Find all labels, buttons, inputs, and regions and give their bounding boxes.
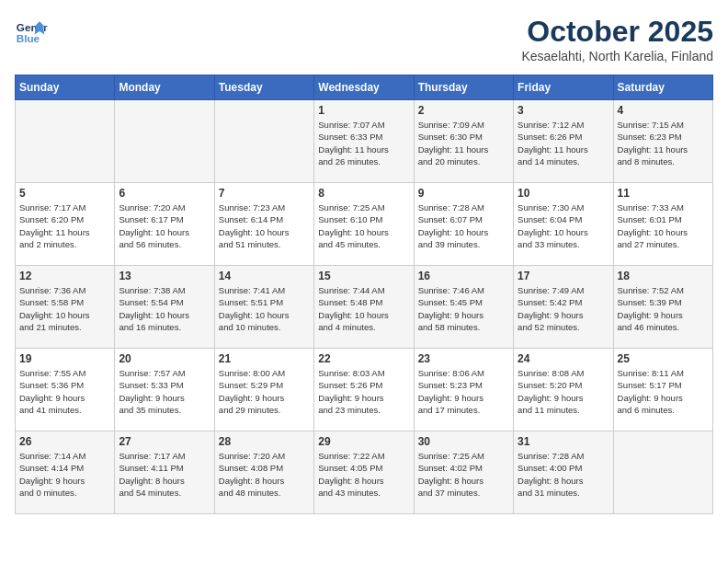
calendar-week-row: 19Sunrise: 7:55 AM Sunset: 5:36 PM Dayli…: [16, 349, 713, 431]
day-number: 27: [119, 435, 210, 448]
day-number: 6: [119, 187, 210, 200]
day-info: Sunrise: 7:17 AM Sunset: 6:20 PM Dayligh…: [19, 201, 110, 250]
calendar-cell: 18Sunrise: 7:52 AM Sunset: 5:39 PM Dayli…: [613, 266, 712, 349]
day-number: 4: [618, 104, 709, 117]
day-number: 30: [418, 435, 509, 448]
day-info: Sunrise: 7:38 AM Sunset: 5:54 PM Dayligh…: [119, 284, 210, 333]
day-number: 19: [19, 352, 110, 365]
day-info: Sunrise: 7:22 AM Sunset: 4:05 PM Dayligh…: [318, 450, 409, 499]
calendar-cell: 14Sunrise: 7:41 AM Sunset: 5:51 PM Dayli…: [214, 266, 313, 349]
day-info: Sunrise: 8:08 AM Sunset: 5:20 PM Dayligh…: [518, 367, 609, 416]
calendar-cell: 16Sunrise: 7:46 AM Sunset: 5:45 PM Dayli…: [414, 266, 513, 349]
calendar-cell: 23Sunrise: 8:06 AM Sunset: 5:23 PM Dayli…: [414, 349, 513, 431]
day-number: 14: [219, 270, 310, 282]
day-number: 3: [518, 104, 609, 117]
day-number: 28: [219, 435, 310, 448]
day-info: Sunrise: 7:25 AM Sunset: 6:10 PM Dayligh…: [318, 201, 409, 250]
day-info: Sunrise: 7:12 AM Sunset: 6:26 PM Dayligh…: [518, 119, 609, 167]
day-info: Sunrise: 7:14 AM Sunset: 4:14 PM Dayligh…: [19, 450, 110, 499]
calendar-week-row: 12Sunrise: 7:36 AM Sunset: 5:58 PM Dayli…: [16, 266, 713, 349]
day-info: Sunrise: 7:23 AM Sunset: 6:14 PM Dayligh…: [219, 201, 310, 250]
day-number: 11: [618, 187, 709, 200]
calendar-cell: 13Sunrise: 7:38 AM Sunset: 5:54 PM Dayli…: [115, 266, 214, 349]
day-number: 5: [19, 187, 110, 200]
calendar-week-row: 26Sunrise: 7:14 AM Sunset: 4:14 PM Dayli…: [16, 431, 713, 514]
col-header-wednesday: Wednesday: [314, 75, 414, 100]
calendar-cell: 7Sunrise: 7:23 AM Sunset: 6:14 PM Daylig…: [214, 183, 313, 266]
calendar-cell: 10Sunrise: 7:30 AM Sunset: 6:04 PM Dayli…: [514, 183, 613, 266]
calendar-cell: 20Sunrise: 7:57 AM Sunset: 5:33 PM Dayli…: [115, 349, 214, 431]
col-header-thursday: Thursday: [414, 75, 513, 100]
day-info: Sunrise: 7:07 AM Sunset: 6:33 PM Dayligh…: [318, 119, 409, 167]
month-title: October 2025: [521, 15, 713, 49]
day-number: 13: [119, 270, 210, 282]
calendar-cell: 17Sunrise: 7:49 AM Sunset: 5:42 PM Dayli…: [514, 266, 613, 349]
title-block: October 2025 Kesaelahti, North Karelia, …: [521, 15, 713, 63]
day-number: 10: [518, 187, 609, 200]
day-number: 29: [318, 435, 409, 448]
calendar-cell: 1Sunrise: 7:07 AM Sunset: 6:33 PM Daylig…: [314, 100, 414, 183]
calendar-cell: 3Sunrise: 7:12 AM Sunset: 6:26 PM Daylig…: [514, 100, 613, 183]
day-number: 31: [518, 435, 609, 448]
day-number: 8: [318, 187, 409, 200]
day-number: 25: [618, 352, 709, 365]
calendar-table: SundayMondayTuesdayWednesdayThursdayFrid…: [15, 75, 713, 514]
calendar-cell: 30Sunrise: 7:25 AM Sunset: 4:02 PM Dayli…: [414, 431, 513, 514]
day-info: Sunrise: 7:55 AM Sunset: 5:36 PM Dayligh…: [19, 367, 110, 416]
calendar-cell: 19Sunrise: 7:55 AM Sunset: 5:36 PM Dayli…: [16, 349, 115, 431]
day-info: Sunrise: 8:06 AM Sunset: 5:23 PM Dayligh…: [418, 367, 509, 416]
day-info: Sunrise: 7:33 AM Sunset: 6:01 PM Dayligh…: [618, 201, 709, 250]
calendar-cell: 15Sunrise: 7:44 AM Sunset: 5:48 PM Dayli…: [314, 266, 414, 349]
calendar-week-row: 1Sunrise: 7:07 AM Sunset: 6:33 PM Daylig…: [16, 100, 713, 183]
calendar-cell: [613, 431, 712, 514]
calendar-header-row: SundayMondayTuesdayWednesdayThursdayFrid…: [16, 75, 713, 100]
day-number: 22: [318, 352, 409, 365]
day-info: Sunrise: 8:00 AM Sunset: 5:29 PM Dayligh…: [219, 367, 310, 416]
calendar-cell: 22Sunrise: 8:03 AM Sunset: 5:26 PM Dayli…: [314, 349, 414, 431]
day-info: Sunrise: 7:49 AM Sunset: 5:42 PM Dayligh…: [518, 284, 609, 333]
day-info: Sunrise: 7:28 AM Sunset: 6:07 PM Dayligh…: [418, 201, 509, 250]
calendar-cell: 26Sunrise: 7:14 AM Sunset: 4:14 PM Dayli…: [16, 431, 115, 514]
day-number: 26: [19, 435, 110, 448]
day-info: Sunrise: 7:20 AM Sunset: 6:17 PM Dayligh…: [119, 201, 210, 250]
day-info: Sunrise: 7:57 AM Sunset: 5:33 PM Dayligh…: [119, 367, 210, 416]
day-info: Sunrise: 7:15 AM Sunset: 6:23 PM Dayligh…: [618, 119, 709, 167]
day-info: Sunrise: 7:25 AM Sunset: 4:02 PM Dayligh…: [418, 450, 509, 499]
day-number: 12: [19, 270, 110, 282]
col-header-monday: Monday: [115, 75, 214, 100]
calendar-cell: [16, 100, 115, 183]
col-header-friday: Friday: [514, 75, 613, 100]
calendar-cell: [115, 100, 214, 183]
col-header-saturday: Saturday: [613, 75, 712, 100]
calendar-cell: 2Sunrise: 7:09 AM Sunset: 6:30 PM Daylig…: [414, 100, 513, 183]
calendar-cell: 6Sunrise: 7:20 AM Sunset: 6:17 PM Daylig…: [115, 183, 214, 266]
day-info: Sunrise: 8:03 AM Sunset: 5:26 PM Dayligh…: [318, 367, 409, 416]
calendar-cell: 5Sunrise: 7:17 AM Sunset: 6:20 PM Daylig…: [16, 183, 115, 266]
col-header-tuesday: Tuesday: [214, 75, 313, 100]
day-info: Sunrise: 7:44 AM Sunset: 5:48 PM Dayligh…: [318, 284, 409, 333]
day-number: 9: [418, 187, 509, 200]
day-number: 15: [318, 270, 409, 282]
day-info: Sunrise: 7:09 AM Sunset: 6:30 PM Dayligh…: [418, 119, 509, 167]
calendar-cell: 25Sunrise: 8:11 AM Sunset: 5:17 PM Dayli…: [613, 349, 712, 431]
calendar-cell: 27Sunrise: 7:17 AM Sunset: 4:11 PM Dayli…: [115, 431, 214, 514]
day-number: 17: [518, 270, 609, 282]
calendar-cell: 31Sunrise: 7:28 AM Sunset: 4:00 PM Dayli…: [514, 431, 613, 514]
day-number: 2: [418, 104, 509, 117]
day-number: 21: [219, 352, 310, 365]
logo-icon: General Blue: [15, 15, 48, 48]
day-number: 7: [219, 187, 310, 200]
col-header-sunday: Sunday: [16, 75, 115, 100]
day-info: Sunrise: 7:20 AM Sunset: 4:08 PM Dayligh…: [219, 450, 310, 499]
day-info: Sunrise: 7:30 AM Sunset: 6:04 PM Dayligh…: [518, 201, 609, 250]
calendar-cell: 12Sunrise: 7:36 AM Sunset: 5:58 PM Dayli…: [16, 266, 115, 349]
day-number: 23: [418, 352, 509, 365]
day-info: Sunrise: 7:36 AM Sunset: 5:58 PM Dayligh…: [19, 284, 110, 333]
calendar-cell: 21Sunrise: 8:00 AM Sunset: 5:29 PM Dayli…: [214, 349, 313, 431]
day-number: 24: [518, 352, 609, 365]
day-info: Sunrise: 8:11 AM Sunset: 5:17 PM Dayligh…: [618, 367, 709, 416]
day-info: Sunrise: 7:28 AM Sunset: 4:00 PM Dayligh…: [518, 450, 609, 499]
logo: General Blue: [15, 15, 51, 48]
day-number: 20: [119, 352, 210, 365]
day-info: Sunrise: 7:46 AM Sunset: 5:45 PM Dayligh…: [418, 284, 509, 333]
